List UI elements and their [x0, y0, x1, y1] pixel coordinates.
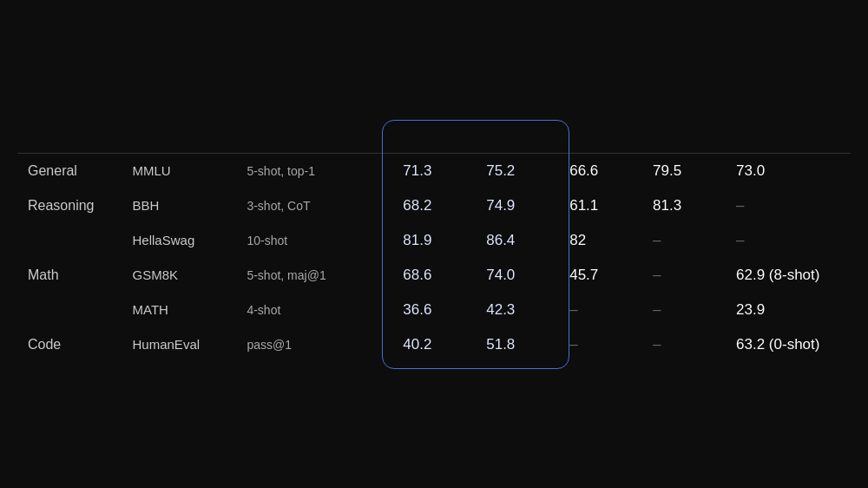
metric-cell: pass@1	[236, 327, 392, 362]
gemma2-9b-cell: 36.6	[392, 293, 476, 327]
benchmark-cell: MMLU	[122, 153, 237, 188]
grok1-314b-cell: 63.2 (0-shot)	[726, 327, 851, 362]
empty-cat-col	[17, 139, 122, 154]
comparison-table: General MMLU 5-shot, top-1 71.3 75.2 66.…	[17, 127, 851, 362]
empty-9b	[392, 139, 476, 154]
empty-8b	[559, 139, 642, 154]
gemma2-27b-cell: 86.4	[476, 223, 559, 258]
table-row: HellaSwag 10-shot 81.9 86.4 82 – –	[17, 223, 851, 258]
category-cell: General	[17, 153, 122, 188]
gemma2-9b-cell: 81.9	[392, 223, 476, 258]
benchmark-cell: GSM8K	[122, 258, 237, 293]
llama3-70b-label	[642, 130, 726, 139]
llama3-8b-cell: –	[559, 327, 642, 362]
table-row: Math GSM8K 5-shot, maj@1 68.6 74.0 45.7 …	[17, 258, 851, 293]
gemma2-27b-cell: 74.9	[476, 188, 559, 223]
llama3-70b-cell: –	[642, 327, 726, 362]
metric-cell: 4-shot	[236, 293, 392, 327]
llama3-70b-cell: –	[642, 258, 726, 293]
metric-cell: 10-shot	[236, 223, 392, 258]
gemma2-9b-label	[392, 130, 476, 139]
gemma2-9b-cell: 68.6	[392, 258, 476, 293]
benchmark-cell: HellaSwag	[122, 223, 237, 258]
size-header-row	[17, 130, 851, 139]
llama3-8b-cell: 66.6	[559, 153, 642, 188]
llama3-8b-label	[559, 130, 642, 139]
benchmark-col-header	[122, 139, 237, 154]
table-row: General MMLU 5-shot, top-1 71.3 75.2 66.…	[17, 153, 851, 188]
benchmark-cell: MATH	[122, 293, 237, 327]
category-cell: Code	[17, 327, 122, 362]
data-rows: General MMLU 5-shot, top-1 71.3 75.2 66.…	[17, 153, 851, 362]
llama3-70b-cell: 79.5	[642, 153, 726, 188]
gemma2-27b-cell: 51.8	[476, 327, 559, 362]
gemma2-9b-cell: 40.2	[392, 327, 476, 362]
empty-metric-size	[236, 130, 392, 139]
grok1-314b-label	[726, 130, 851, 139]
table-row: Code HumanEval pass@1 40.2 51.8 – – 63.2…	[17, 327, 851, 362]
grok1-314b-cell: 62.9 (8-shot)	[726, 258, 851, 293]
empty-bench-size	[122, 130, 237, 139]
empty-cat-size	[17, 130, 122, 139]
llama3-70b-cell: –	[642, 223, 726, 258]
metric-cell: 5-shot, top-1	[236, 153, 392, 188]
grok1-314b-cell: –	[726, 188, 851, 223]
llama3-70b-cell: 81.3	[642, 188, 726, 223]
category-cell	[17, 293, 122, 327]
category-cell: Math	[17, 258, 122, 293]
category-cell: Reasoning	[17, 188, 122, 223]
llama3-8b-cell: 82	[559, 223, 642, 258]
empty-27b	[476, 139, 559, 154]
gemma2-27b-label	[476, 130, 559, 139]
llama3-70b-cell: –	[642, 293, 726, 327]
gemma2-27b-cell: 75.2	[476, 153, 559, 188]
gemma2-27b-cell: 74.0	[476, 258, 559, 293]
grok1-314b-cell: –	[726, 223, 851, 258]
metric-col-header	[236, 139, 392, 154]
gemma2-9b-cell: 68.2	[392, 188, 476, 223]
llama3-8b-cell: 45.7	[559, 258, 642, 293]
empty-314b	[726, 139, 851, 154]
gemma2-9b-cell: 71.3	[392, 153, 476, 188]
metric-cell: 5-shot, maj@1	[236, 258, 392, 293]
benchmark-cell: HumanEval	[122, 327, 237, 362]
category-cell	[17, 223, 122, 258]
table-row: Reasoning BBH 3-shot, CoT 68.2 74.9 61.1…	[17, 188, 851, 223]
llama3-8b-cell: –	[559, 293, 642, 327]
empty-70b	[642, 139, 726, 154]
benchmark-cell: BBH	[122, 188, 237, 223]
metric-cell: 3-shot, CoT	[236, 188, 392, 223]
grok1-314b-cell: 73.0	[726, 153, 851, 188]
grok1-314b-cell: 23.9	[726, 293, 851, 327]
gemma2-27b-cell: 42.3	[476, 293, 559, 327]
llama3-8b-cell: 61.1	[559, 188, 642, 223]
table-row: MATH 4-shot 36.6 42.3 – – 23.9	[17, 293, 851, 327]
column-header-row	[17, 139, 851, 154]
